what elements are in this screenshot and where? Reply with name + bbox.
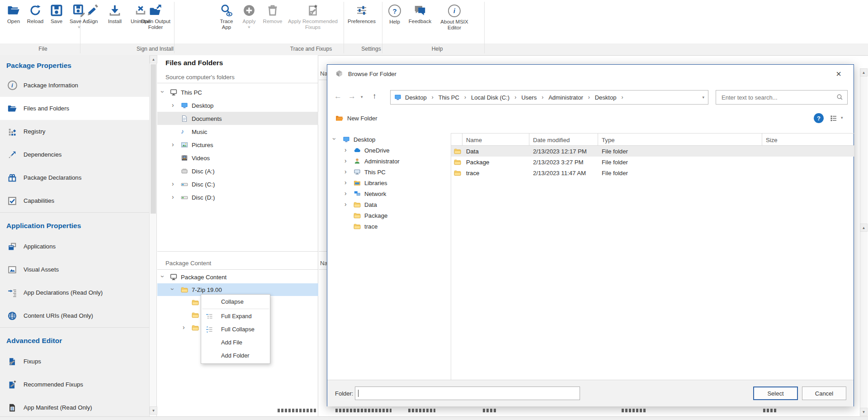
reload-button[interactable]: Reload bbox=[24, 4, 47, 24]
scroll-up-arrow-icon[interactable]: ▲ bbox=[860, 68, 868, 76]
new-folder-button[interactable]: New Folder bbox=[335, 112, 377, 124]
tree-item-documents[interactable]: Documents bbox=[157, 112, 318, 125]
folder-input[interactable] bbox=[355, 387, 580, 400]
sign-button[interactable]: Sign bbox=[82, 4, 103, 24]
close-icon[interactable]: × bbox=[830, 67, 847, 81]
search-input[interactable] bbox=[721, 94, 831, 101]
breadcrumb-item[interactable]: This PC bbox=[439, 94, 459, 101]
tree-item-desktop[interactable]: ›Desktop bbox=[157, 99, 318, 112]
tree-item-package-content-root[interactable]: ›Package Content bbox=[157, 271, 318, 283]
sidebar-item-app-manifest[interactable]: App Manifest (Read Only) bbox=[0, 396, 149, 419]
save-button[interactable]: Save bbox=[47, 4, 66, 24]
dialog-help-icon[interactable]: ? bbox=[814, 113, 824, 123]
install-button[interactable]: Install bbox=[103, 4, 127, 24]
help-button[interactable]: ?Help bbox=[385, 4, 405, 25]
date-modified-column-header[interactable]: Date modified bbox=[529, 134, 598, 146]
sidebar-item-registry[interactable]: Registry bbox=[0, 120, 149, 143]
dialog-tree-item-package[interactable]: Package bbox=[327, 210, 450, 221]
sidebar-item-package-information[interactable]: iPackage Information bbox=[0, 74, 149, 97]
dialog-tree-item-data[interactable]: ›Data bbox=[327, 199, 450, 210]
open-button[interactable]: Open bbox=[3, 4, 24, 24]
dialog-tree-item-this-pc[interactable]: ›This PC bbox=[327, 167, 450, 177]
up-arrow-icon[interactable]: ↑ bbox=[373, 92, 377, 101]
sidebar-scrollbar[interactable]: ▲ ▼ bbox=[149, 55, 157, 420]
scroll-up-arrow-icon[interactable]: ▲ bbox=[860, 224, 868, 232]
chevron-collapsed-icon[interactable]: › bbox=[172, 180, 174, 186]
breadcrumb-item[interactable]: Local Disk (C:) bbox=[471, 94, 509, 101]
table-row[interactable]: Package 2/13/2023 3:27 PM File folder bbox=[451, 157, 854, 167]
sidebar-item-files-and-folders[interactable]: Files and Folders bbox=[0, 97, 149, 120]
sidebar-item-capabilities[interactable]: Capabilities bbox=[0, 189, 149, 212]
cancel-button[interactable]: Cancel bbox=[802, 387, 846, 400]
menu-item-full-expand[interactable]: Full Expand bbox=[201, 310, 270, 323]
feedback-button[interactable]: Feedback bbox=[406, 4, 434, 24]
menu-item-collapse[interactable]: Collapse bbox=[201, 295, 270, 308]
view-mode-dropdown-icon[interactable]: ▾ bbox=[841, 115, 843, 120]
apply-recommended-fixups-button[interactable]: Apply Recommended Fixups bbox=[285, 4, 341, 30]
table-row[interactable]: Data 2/13/2023 12:17 PM File folder bbox=[451, 146, 854, 157]
size-column-header[interactable]: Size bbox=[762, 134, 854, 146]
scroll-down-arrow-icon[interactable]: ▼ bbox=[860, 408, 868, 416]
chevron-collapsed-icon[interactable]: › bbox=[172, 101, 174, 108]
chevron-expanded-icon[interactable]: › bbox=[170, 288, 176, 291]
sidebar-item-dependencies[interactable]: Dependencies bbox=[0, 143, 149, 166]
background-vertical-scrollbar[interactable]: ▲ ▲ ▼ bbox=[860, 68, 868, 416]
sidebar-item-package-declarations[interactable]: Package Declarations bbox=[0, 166, 149, 189]
back-arrow-icon[interactable]: ← bbox=[334, 92, 342, 101]
chevron-collapsed-icon[interactable]: › bbox=[344, 190, 347, 196]
breadcrumb-item[interactable]: Users bbox=[521, 94, 537, 101]
type-column-header[interactable]: Type bbox=[598, 134, 762, 146]
sidebar-item-applications[interactable]: Applications bbox=[0, 235, 149, 258]
dialog-tree-item-onedrive[interactable]: ›OneDrive bbox=[327, 145, 450, 156]
dialog-tree-item-administrator[interactable]: ›Administrator bbox=[327, 156, 450, 167]
about-msix-editor-button[interactable]: iAbout MSIX Editor bbox=[435, 4, 473, 31]
remove-button[interactable]: Remove bbox=[260, 4, 285, 24]
name-column-header[interactable]: Name bbox=[462, 134, 529, 146]
chevron-collapsed-icon[interactable]: › bbox=[183, 324, 185, 330]
tree-item-disc-c[interactable]: ›Disc (C:) bbox=[157, 177, 318, 191]
menu-item-add-file[interactable]: Add File bbox=[201, 336, 270, 349]
table-row[interactable]: trace 2/13/2023 11:47 AM File folder bbox=[451, 167, 854, 178]
chevron-expanded-icon[interactable]: › bbox=[160, 276, 166, 278]
search-box[interactable] bbox=[716, 90, 848, 105]
icon-column-header[interactable] bbox=[451, 134, 462, 146]
chevron-collapsed-icon[interactable]: › bbox=[172, 193, 174, 200]
chevron-collapsed-icon[interactable]: › bbox=[344, 158, 347, 164]
breadcrumb[interactable]: Desktop› This PC› Local Disk (C:)› Users… bbox=[390, 90, 708, 105]
tree-item-this-pc[interactable]: ›This PC bbox=[157, 86, 318, 99]
forward-arrow-icon[interactable]: → bbox=[348, 92, 356, 101]
breadcrumb-item[interactable]: Desktop bbox=[405, 94, 427, 101]
tree-item-disc-a[interactable]: Disc (A:) bbox=[157, 164, 318, 177]
chevron-collapsed-icon[interactable]: › bbox=[344, 179, 347, 186]
chevron-collapsed-icon[interactable]: › bbox=[344, 201, 347, 207]
search-icon[interactable] bbox=[836, 94, 844, 101]
chevron-collapsed-icon[interactable]: › bbox=[344, 168, 347, 175]
tree-item-videos[interactable]: Videos bbox=[157, 151, 318, 164]
tree-item-disc-d[interactable]: ›Disc (D:) bbox=[157, 191, 318, 204]
chevron-collapsed-icon[interactable]: › bbox=[344, 147, 347, 153]
menu-item-full-collapse[interactable]: Full Collapse bbox=[201, 323, 270, 336]
dialog-tree-item-trace[interactable]: trace bbox=[327, 221, 450, 232]
select-button[interactable]: Select bbox=[753, 387, 798, 400]
scrollbar-thumb[interactable] bbox=[151, 64, 156, 214]
tree-item-music[interactable]: ♪Music bbox=[157, 125, 318, 138]
preferences-button[interactable]: Preferences bbox=[344, 4, 379, 24]
breadcrumb-item[interactable]: Administrator bbox=[548, 94, 583, 101]
dialog-tree-item-libraries[interactable]: ›Libraries bbox=[327, 177, 450, 188]
chevron-expanded-icon[interactable]: › bbox=[331, 138, 338, 140]
sidebar-item-recommended-fixups[interactable]: Recommended Fixups bbox=[0, 373, 149, 396]
open-output-folder-button[interactable]: Open Output Folder bbox=[137, 4, 174, 30]
sidebar-item-visual-assets[interactable]: Visual Assets bbox=[0, 258, 149, 281]
menu-item-add-folder[interactable]: Add Folder bbox=[201, 349, 270, 362]
dialog-tree-item-network[interactable]: ›Network bbox=[327, 188, 450, 199]
apply-button[interactable]: Apply˅ bbox=[238, 4, 260, 29]
chevron-expanded-icon[interactable]: › bbox=[160, 91, 166, 93]
scroll-down-arrow-icon[interactable]: ▼ bbox=[150, 406, 157, 415]
tree-item-pictures[interactable]: ›Pictures bbox=[157, 138, 318, 151]
history-dropdown-icon[interactable]: ▾ bbox=[361, 95, 363, 99]
dialog-tree-item-desktop[interactable]: ›Desktop bbox=[327, 134, 450, 145]
trace-app-button[interactable]: Trace App bbox=[216, 4, 237, 30]
breadcrumb-item[interactable]: Desktop bbox=[595, 94, 617, 101]
view-mode-icon[interactable] bbox=[830, 115, 837, 122]
breadcrumb-dropdown-icon[interactable]: ▾ bbox=[702, 95, 704, 100]
